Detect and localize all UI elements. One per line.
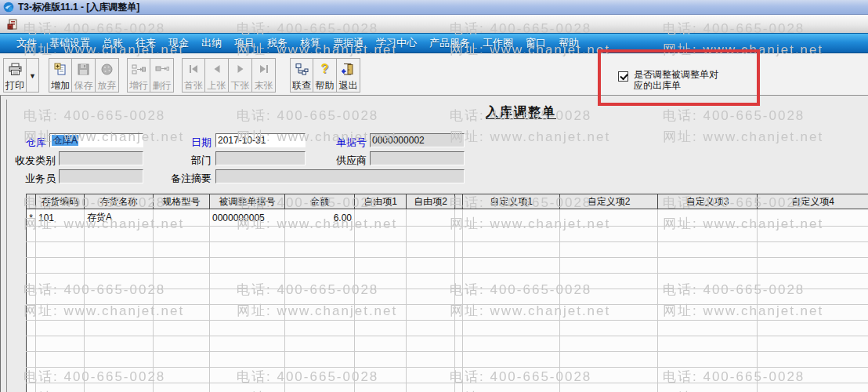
grid-cell[interactable] bbox=[658, 274, 758, 289]
row-marker-cell[interactable] bbox=[27, 274, 36, 289]
grid-cell[interactable] bbox=[285, 383, 355, 392]
add-button[interactable]: 增加 bbox=[49, 58, 72, 93]
grid-cell[interactable] bbox=[355, 227, 407, 242]
grid-cell[interactable] bbox=[85, 321, 154, 336]
grid-cell[interactable] bbox=[154, 336, 210, 352]
grid-cell[interactable] bbox=[463, 258, 560, 274]
grid-cell[interactable] bbox=[210, 242, 285, 258]
memo-field[interactable] bbox=[215, 169, 465, 183]
grid-cell[interactable] bbox=[285, 336, 355, 352]
cell-inventory-name[interactable]: 存货A bbox=[85, 209, 154, 227]
row-marker-cell[interactable] bbox=[27, 352, 36, 368]
grid-cell[interactable] bbox=[85, 274, 154, 289]
grid-cell[interactable] bbox=[154, 227, 210, 242]
exit-button[interactable]: 退出 bbox=[337, 58, 360, 93]
grid-cell[interactable] bbox=[36, 321, 85, 336]
grid-cell[interactable] bbox=[407, 289, 455, 305]
grid-cell[interactable] bbox=[154, 352, 210, 368]
grid-cell[interactable] bbox=[36, 289, 85, 305]
grid-cell[interactable] bbox=[658, 368, 758, 383]
grid-cell[interactable] bbox=[758, 242, 868, 258]
cell-free-item-2[interactable] bbox=[407, 209, 455, 227]
cell-amount[interactable]: 6.00 bbox=[285, 209, 355, 227]
row-marker-cell[interactable] bbox=[27, 336, 36, 352]
grid-cell[interactable] bbox=[36, 242, 85, 258]
grid-cell[interactable] bbox=[463, 305, 560, 321]
grid-cell[interactable] bbox=[210, 321, 285, 336]
link-query-button[interactable]: 联查 bbox=[290, 58, 313, 93]
grid-cell[interactable] bbox=[355, 242, 407, 258]
grid-cell[interactable] bbox=[758, 336, 868, 352]
grid-cell[interactable] bbox=[85, 336, 154, 352]
cell-custom-item-4[interactable] bbox=[758, 209, 868, 227]
col-header-amount[interactable]: 金额 bbox=[285, 194, 355, 209]
cell-adjusted-doc-no[interactable]: 0000000005 bbox=[210, 209, 285, 227]
grid-cell[interactable] bbox=[463, 289, 560, 305]
col-header-custom-item-2[interactable]: 自定义项2 bbox=[560, 194, 658, 209]
grid-cell[interactable] bbox=[658, 321, 758, 336]
grid-cell[interactable] bbox=[758, 352, 868, 368]
col-header-adjusted-doc-no[interactable]: 被调整单据号 bbox=[210, 194, 285, 209]
col-header-spec-model[interactable]: 规格型号 bbox=[154, 194, 210, 209]
menu-item-general-ledger[interactable]: 总账 bbox=[96, 34, 129, 53]
grid-cell[interactable] bbox=[355, 352, 407, 368]
print-button[interactable]: 打印 bbox=[3, 58, 27, 93]
col-header-custom-item-1[interactable]: 自定义项1 bbox=[463, 194, 560, 209]
grid-cell[interactable] bbox=[210, 289, 285, 305]
first-button[interactable]: 首张 bbox=[182, 58, 205, 93]
grid-cell[interactable] bbox=[758, 383, 868, 392]
grid-cell[interactable] bbox=[210, 258, 285, 274]
salesman-field[interactable] bbox=[59, 169, 143, 183]
grid-cell[interactable] bbox=[85, 305, 154, 321]
menu-item-tax[interactable]: 税务 bbox=[261, 34, 294, 53]
grid-cell[interactable] bbox=[463, 321, 560, 336]
grid-cell[interactable] bbox=[154, 321, 210, 336]
grid-cell[interactable] bbox=[658, 336, 758, 352]
grid-cell[interactable] bbox=[463, 352, 560, 368]
menu-item-piaojutong[interactable]: 票据通 bbox=[327, 34, 370, 53]
grid-cell[interactable] bbox=[560, 336, 658, 352]
col-header-inventory-name[interactable]: 存货名称 bbox=[85, 194, 154, 209]
grid-cell[interactable] bbox=[154, 305, 210, 321]
grid-cell[interactable] bbox=[560, 321, 658, 336]
grid-cell[interactable] bbox=[210, 336, 285, 352]
menu-item-costing[interactable]: 核算 bbox=[294, 34, 327, 53]
grid-cell[interactable] bbox=[355, 368, 407, 383]
grid-cell[interactable] bbox=[407, 352, 455, 368]
col-header-custom-item-3[interactable]: 自定义项3 bbox=[658, 194, 758, 209]
cell-inventory-code[interactable]: 101 bbox=[36, 209, 85, 227]
help-button[interactable]: ? 帮助 bbox=[313, 58, 337, 93]
menu-item-window[interactable]: 窗口 bbox=[519, 34, 552, 53]
cell-custom-item-3[interactable] bbox=[658, 209, 758, 227]
warehouse-field[interactable]: 仓库A bbox=[49, 133, 143, 147]
grid-cell[interactable] bbox=[36, 258, 85, 274]
doc-no-field[interactable]: 0000000002 bbox=[370, 133, 465, 147]
grid-cell[interactable] bbox=[658, 383, 758, 392]
delete-row-button[interactable]: 删行 bbox=[150, 58, 174, 93]
grid-cell[interactable] bbox=[658, 258, 758, 274]
menu-item-project[interactable]: 项目 bbox=[228, 34, 261, 53]
grid-cell[interactable] bbox=[407, 336, 455, 352]
grid-cell[interactable] bbox=[285, 258, 355, 274]
row-marker-cell[interactable] bbox=[27, 227, 36, 242]
grid-cell[interactable] bbox=[407, 274, 455, 289]
last-button[interactable]: 末张 bbox=[252, 58, 276, 93]
row-marker-cell[interactable] bbox=[27, 321, 36, 336]
row-marker-cell[interactable] bbox=[27, 242, 36, 258]
grid-cell[interactable] bbox=[407, 368, 455, 383]
grid-cell[interactable] bbox=[355, 336, 407, 352]
grid-cell[interactable] bbox=[463, 336, 560, 352]
menu-item-help[interactable]: 帮助 bbox=[552, 34, 585, 53]
menu-item-base-setup[interactable]: 基础设置 bbox=[43, 34, 96, 53]
grid-cell[interactable] bbox=[36, 352, 85, 368]
grid-cell[interactable] bbox=[560, 227, 658, 242]
grid-cell[interactable] bbox=[758, 227, 868, 242]
grid-cell[interactable] bbox=[154, 242, 210, 258]
adjust-checkbox-box[interactable] bbox=[618, 71, 628, 82]
grid-cell[interactable] bbox=[210, 274, 285, 289]
col-header-free-item-2[interactable]: 自由项2 bbox=[407, 194, 455, 209]
grid-cell[interactable] bbox=[758, 289, 868, 305]
cell-spec-model[interactable] bbox=[154, 209, 210, 227]
grid-cell[interactable] bbox=[758, 274, 868, 289]
grid-cell[interactable] bbox=[210, 368, 285, 383]
